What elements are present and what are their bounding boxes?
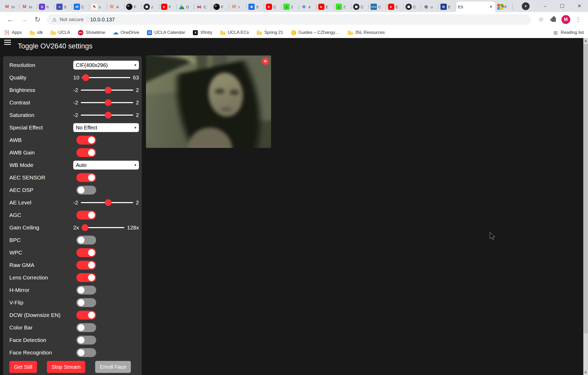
quality-slider-track[interactable] xyxy=(82,77,130,78)
awb-toggle[interactable] xyxy=(76,136,96,145)
tab-20[interactable]: C xyxy=(351,2,369,12)
browser-menu-button[interactable]: ⋮ xyxy=(572,13,584,26)
raw-gma-toggle[interactable] xyxy=(76,261,96,270)
tab-2[interactable]: Sh xyxy=(37,2,54,12)
tab-22[interactable]: ▶E xyxy=(386,2,404,12)
contrast-slider[interactable]: -22 xyxy=(73,99,139,106)
tab-11[interactable]: ⋈C xyxy=(194,2,212,12)
tab-6[interactable]: WA xyxy=(107,2,124,12)
saturation-slider[interactable]: -22 xyxy=(73,112,139,118)
scrollbar-up-button[interactable] xyxy=(583,38,588,43)
bookmark-idk[interactable]: idk xyxy=(30,30,43,35)
tab-17[interactable]: ✳4 xyxy=(299,2,316,12)
tab-14[interactable]: ≣S xyxy=(247,2,264,12)
stop-stream-button[interactable]: Stop Stream xyxy=(47,361,85,373)
scrollbar-down-button[interactable] xyxy=(583,370,588,375)
address-bar[interactable]: ⚠ Not secure 10.0.0.137 xyxy=(47,14,531,25)
tab-5[interactable]: ✎s xyxy=(89,2,107,12)
tab-1[interactable]: MIn xyxy=(20,2,37,12)
tab-10[interactable]: D xyxy=(177,2,194,12)
bookmark-ucla-ecs[interactable]: UCLA ECs xyxy=(220,30,249,35)
tab-12[interactable]: F xyxy=(212,2,229,12)
brightness-slider-thumb[interactable] xyxy=(105,87,112,93)
bookmark-ucla-calendar[interactable]: 21UCLA Calendar xyxy=(147,30,185,35)
color-bar-toggle[interactable] xyxy=(76,323,96,332)
get-still-button[interactable]: Get Still xyxy=(9,361,37,373)
aec-dsp-toggle[interactable] xyxy=(76,186,96,195)
bookmark-star-button[interactable]: ☆ xyxy=(535,13,547,26)
tab-search-button[interactable]: ▼ xyxy=(522,2,530,10)
bpc-toggle[interactable] xyxy=(76,236,96,245)
dcw-downsize-en-toggle[interactable] xyxy=(76,311,96,320)
tab-19[interactable]: ☺2 xyxy=(334,2,351,12)
tab-16[interactable]: ☺2 xyxy=(281,2,299,12)
v-flip-toggle[interactable] xyxy=(76,298,96,307)
enroll-face-button[interactable]: Enroll Face xyxy=(95,361,131,373)
tab-13[interactable]: Wr xyxy=(229,2,247,12)
h-mirror-toggle[interactable] xyxy=(76,286,96,295)
agc-toggle[interactable] xyxy=(76,211,96,220)
quality-slider-thumb[interactable] xyxy=(82,74,89,81)
ae-level-slider[interactable]: -22 xyxy=(73,199,139,206)
quality-slider[interactable]: 1063 xyxy=(73,74,139,81)
tab-active-es[interactable]: ES✕ xyxy=(456,2,495,12)
bookmark-apps[interactable]: Apps xyxy=(4,30,22,35)
forward-button[interactable]: → xyxy=(17,13,31,26)
tab-7[interactable]: F xyxy=(124,2,142,12)
page-scrollbar[interactable] xyxy=(583,38,588,375)
stream-close-button[interactable]: ✕ xyxy=(262,58,269,65)
bookmark-onedrive[interactable]: ☁OneDrive xyxy=(113,30,139,35)
back-button[interactable]: ← xyxy=(4,13,17,26)
aec-sensor-toggle[interactable] xyxy=(76,173,96,182)
wb-mode-select[interactable]: Auto▾ xyxy=(73,161,139,170)
close-window-button[interactable]: ✕ xyxy=(571,0,588,12)
ae-level-slider-thumb[interactable] xyxy=(105,199,112,206)
resolution-select[interactable]: CIF(400x296)▾ xyxy=(73,61,139,70)
bookmark-35l-resources[interactable]: 35L Resources xyxy=(348,30,385,35)
ae-level-slider-track[interactable] xyxy=(81,202,133,203)
tab-21[interactable]: UCLAC xyxy=(369,2,386,12)
contrast-slider-thumb[interactable] xyxy=(105,99,112,106)
tab-18[interactable]: ▶E xyxy=(316,2,334,12)
gain-ceiling-slider-track[interactable] xyxy=(82,227,124,228)
gain-ceiling-slider[interactable]: 2x128x xyxy=(73,224,139,231)
wpc-toggle[interactable] xyxy=(76,248,96,257)
scrollbar-thumb[interactable] xyxy=(584,44,588,333)
awb-gain-toggle[interactable] xyxy=(76,148,96,157)
tab-close-icon[interactable]: ✕ xyxy=(488,4,493,9)
bluedoc-favicon: ≣ xyxy=(248,4,255,10)
bookmark-spring-21[interactable]: Spring 21 xyxy=(257,30,283,35)
lens-correction-toggle[interactable] xyxy=(76,273,96,282)
reading-list-button[interactable]: ▤ Reading list xyxy=(553,30,584,35)
saturation-slider-thumb[interactable] xyxy=(105,112,112,118)
reload-button[interactable]: ↻ xyxy=(31,13,44,26)
tab-23[interactable]: C xyxy=(404,2,421,12)
tab-4[interactable]: 29C xyxy=(72,2,89,12)
setting-label: Quality xyxy=(9,74,73,81)
menu-toggle-button[interactable] xyxy=(4,43,12,49)
profile-avatar[interactable]: M xyxy=(561,15,570,24)
special-effect-select[interactable]: No Effect▾ xyxy=(73,123,139,132)
bookmark-ucla[interactable]: UCLA xyxy=(51,30,70,35)
brightness-slider-track[interactable] xyxy=(81,90,133,91)
tab-25[interactable]: RE xyxy=(439,2,456,12)
new-tab-button[interactable]: + xyxy=(498,2,508,10)
tab-24[interactable]: ⊕u xyxy=(421,2,439,12)
tab-15[interactable]: ▶C xyxy=(264,2,281,12)
tab-9[interactable]: ▶F xyxy=(159,2,177,12)
maximize-button[interactable] xyxy=(554,0,571,12)
gain-ceiling-slider-thumb[interactable] xyxy=(82,224,88,231)
tab-0[interactable]: MIn xyxy=(2,2,20,12)
contrast-slider-track[interactable] xyxy=(81,102,133,103)
extensions-button[interactable] xyxy=(547,13,560,26)
face-recognition-toggle[interactable] xyxy=(76,348,96,357)
saturation-slider-track[interactable] xyxy=(81,115,133,116)
brightness-slider[interactable]: -22 xyxy=(73,87,139,93)
tab-3[interactable]: ≡S xyxy=(54,2,72,12)
minimize-button[interactable]: – xyxy=(536,0,554,12)
tab-8[interactable]: z xyxy=(142,2,159,12)
face-detection-toggle[interactable] xyxy=(76,336,96,345)
bookmark-showtime[interactable]: SHOShowtime xyxy=(78,30,105,35)
bookmark-xfinity[interactable]: XXfinity xyxy=(193,30,212,35)
bookmark-guides-czhangy[interactable]: CGuides – CZhangy… xyxy=(291,30,340,35)
